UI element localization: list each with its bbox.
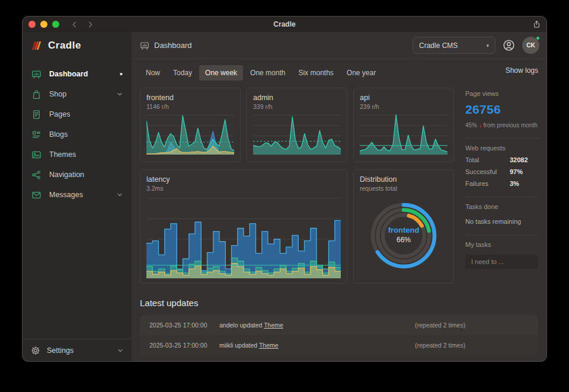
account-icon[interactable] bbox=[503, 39, 515, 52]
settings-label: Settings bbox=[47, 346, 73, 355]
stat-row: Total32082 bbox=[465, 156, 538, 163]
my-tasks-section: My tasks bbox=[465, 235, 538, 278]
close-window-button[interactable] bbox=[28, 21, 36, 28]
distribution-donut-chart bbox=[360, 193, 447, 276]
update-timestamp: 2025-03-25 17:00:00 bbox=[149, 322, 219, 329]
tasks-done-label: Tasks done bbox=[465, 203, 538, 210]
page-views-value: 26756 bbox=[465, 102, 538, 117]
chart-subtitle: 239 r/h bbox=[360, 103, 447, 110]
api-area-chart bbox=[360, 113, 447, 155]
chart-title: admin bbox=[253, 94, 341, 102]
distribution-card: Distribution requests total frontend 66% bbox=[353, 169, 454, 284]
breadcrumb: Dashboard bbox=[140, 41, 192, 50]
update-message: andelo updated Theme bbox=[219, 322, 415, 329]
sidebar-item-label: Shop bbox=[49, 90, 66, 98]
sidebar: Cradle Dashboard•ShopPagesBlogsThemesNav… bbox=[23, 32, 132, 361]
tab-six-months[interactable]: Six months bbox=[292, 65, 339, 81]
sidebar-item-shop[interactable]: Shop bbox=[23, 84, 132, 104]
latency-chart-card: latency 3.2ms bbox=[140, 169, 347, 284]
stat-value: 3% bbox=[510, 180, 538, 187]
update-target-link[interactable]: Theme bbox=[259, 342, 279, 349]
latest-updates-heading: Latest updates bbox=[140, 298, 538, 308]
api-chart-card: api 239 r/h bbox=[353, 88, 454, 162]
zoom-window-button[interactable] bbox=[52, 21, 59, 28]
pages-icon bbox=[31, 110, 41, 120]
tab-one-week[interactable]: One week bbox=[199, 65, 243, 81]
themes-icon bbox=[31, 150, 41, 160]
chart-subtitle: 1146 r/h bbox=[146, 103, 234, 110]
sidebar-item-label: Dashboard bbox=[49, 70, 88, 78]
update-row: 2025-03-25 17:00:00andelo updated Theme(… bbox=[140, 315, 538, 335]
shop-icon bbox=[31, 89, 41, 99]
brand-name: Cradle bbox=[48, 40, 81, 52]
admin-chart-card: admin 339 r/h bbox=[247, 88, 347, 162]
stat-value: 32082 bbox=[510, 156, 538, 163]
tab-now[interactable]: Now bbox=[140, 65, 166, 81]
main-header: Dashboard Cradle CMS ▾ CK bbox=[132, 32, 546, 59]
update-repeat-note: (repeated 2 times) bbox=[415, 322, 529, 329]
frontend-area-chart bbox=[146, 113, 234, 155]
breadcrumb-label: Dashboard bbox=[154, 41, 192, 50]
update-repeat-note: (repeated 2 times) bbox=[415, 342, 529, 349]
sidebar-item-settings[interactable]: Settings bbox=[23, 339, 132, 361]
blogs-icon bbox=[31, 130, 41, 140]
chevron-down-icon: ▾ bbox=[486, 43, 489, 49]
latency-step-chart bbox=[146, 197, 341, 278]
chart-subtitle: 339 r/h bbox=[253, 103, 341, 110]
sidebar-item-blogs[interactable]: Blogs bbox=[23, 124, 132, 144]
sidebar-item-navigation[interactable]: Navigation bbox=[23, 165, 132, 185]
app-window: Cradle Cradle bbox=[23, 17, 546, 361]
gear-icon bbox=[31, 346, 40, 355]
titlebar: Cradle bbox=[23, 17, 546, 32]
stat-label: Successful bbox=[465, 168, 497, 175]
avatar[interactable]: CK bbox=[522, 37, 539, 54]
back-icon[interactable] bbox=[71, 21, 78, 28]
chevron-down-icon bbox=[117, 348, 123, 354]
forward-icon[interactable] bbox=[87, 21, 94, 28]
admin-area-chart bbox=[253, 113, 341, 155]
update-target-link[interactable]: Theme bbox=[264, 322, 283, 329]
latest-updates-section: Latest updates 2025-03-25 17:00:00andelo… bbox=[140, 298, 538, 355]
update-row: 2025-03-25 17:00:00miikli updated Theme(… bbox=[140, 335, 538, 355]
tasks-empty-text: No tasks remaining bbox=[465, 218, 538, 225]
share-icon[interactable] bbox=[533, 20, 541, 28]
tab-one-month[interactable]: One month bbox=[244, 65, 291, 81]
chart-title: latency bbox=[146, 175, 341, 184]
sidebar-item-label: Themes bbox=[49, 150, 76, 159]
messages-icon bbox=[31, 190, 41, 200]
new-task-input[interactable] bbox=[465, 255, 538, 269]
show-logs-link[interactable]: Show logs bbox=[506, 66, 538, 75]
tasks-done-section: Tasks done No tasks remaining bbox=[465, 197, 538, 235]
sidebar-item-label: Messages bbox=[49, 191, 83, 199]
tab-today[interactable]: Today bbox=[167, 65, 198, 81]
time-filter-tabs: NowTodayOne weekOne monthSix monthsOne y… bbox=[140, 65, 382, 81]
sidebar-item-messages[interactable]: Messages bbox=[23, 185, 132, 205]
page-views-delta: 45% ↓ from previous month bbox=[465, 122, 538, 128]
web-requests-rows: Total32082Successful97%Failures3% bbox=[465, 156, 538, 187]
sidebar-item-pages[interactable]: Pages bbox=[23, 104, 132, 124]
chart-subtitle: requests total bbox=[360, 185, 447, 192]
stats-panel: Page views 26756 45% ↓ from previous mon… bbox=[465, 88, 538, 284]
avatar-initials: CK bbox=[526, 42, 535, 49]
stat-row: Failures3% bbox=[465, 180, 538, 187]
sidebar-nav: Dashboard•ShopPagesBlogsThemesNavigation… bbox=[23, 59, 132, 339]
chart-title: frontend bbox=[146, 94, 234, 102]
sidebar-item-label: Pages bbox=[49, 110, 70, 118]
update-timestamp: 2025-03-25 17:00:00 bbox=[149, 342, 219, 349]
updates-table: 2025-03-25 17:00:00andelo updated Theme(… bbox=[140, 315, 538, 355]
dashboard-icon bbox=[31, 69, 41, 79]
page-views-section: Page views 26756 45% ↓ from previous mon… bbox=[465, 88, 538, 139]
minimize-window-button[interactable] bbox=[40, 21, 47, 28]
workspace-select[interactable]: Cradle CMS ▾ bbox=[413, 37, 496, 54]
stat-label: Failures bbox=[465, 180, 488, 187]
page-views-label: Page views bbox=[465, 90, 538, 97]
active-page-dot: • bbox=[120, 71, 123, 77]
stat-row: Successful97% bbox=[465, 168, 538, 175]
online-status-dot bbox=[536, 36, 540, 40]
chevron-down-icon bbox=[117, 192, 123, 198]
sidebar-item-themes[interactable]: Themes bbox=[23, 144, 132, 165]
tab-one-year[interactable]: One year bbox=[341, 65, 382, 81]
sidebar-item-dashboard[interactable]: Dashboard• bbox=[23, 64, 132, 84]
window-controls bbox=[28, 21, 59, 28]
stat-label: Total bbox=[465, 156, 479, 163]
